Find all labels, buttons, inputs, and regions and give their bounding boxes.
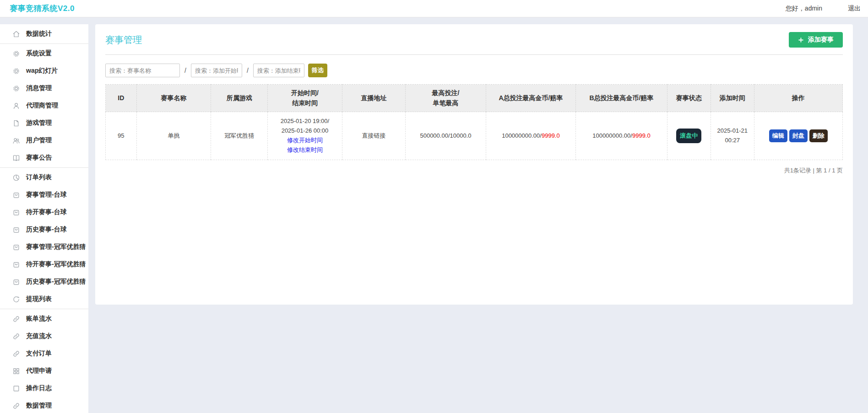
search-end-time-input[interactable] xyxy=(253,64,304,77)
cell-game: 冠军优胜猜 xyxy=(211,112,268,160)
table-head: ID 赛事名称 所属游戏 开始时间/ 结束时间 直播地址 最高投注/ 单笔最高 … xyxy=(106,85,843,112)
topbar: 赛事竞猜系统V2.0 您好，admin 退出 xyxy=(0,0,868,17)
bag-icon xyxy=(12,261,20,268)
filter-separator: / xyxy=(184,67,186,74)
sidebar-item-pending-events-billiards[interactable]: 待开赛事-台球 xyxy=(0,204,88,221)
bag-icon xyxy=(12,209,20,216)
filter-button[interactable]: 筛选 xyxy=(308,64,327,77)
cell-time: 2025-01-20 19:00/ 2025-01-26 00:00 修改开始时… xyxy=(268,112,342,160)
sidebar-group-events: 订单列表 赛事管理-台球 待开赛事-台球 历史赛事-台球 赛事管理-冠军优胜猜 … xyxy=(0,168,88,309)
add-event-button[interactable]: 添加赛事 xyxy=(789,32,843,48)
sidebar-item-game-mgmt[interactable]: 游戏管理 xyxy=(0,114,88,132)
cell-added-time: 2025-01-21 00:27 xyxy=(711,112,754,160)
cell-id: 95 xyxy=(106,112,137,160)
col-header-added-time: 添加时间 xyxy=(711,85,754,112)
divider xyxy=(105,54,843,55)
start-time: 2025-01-20 19:00/ xyxy=(270,117,340,126)
gear-icon xyxy=(12,50,20,58)
sidebar-item-event-mgmt-billiards[interactable]: 赛事管理-台球 xyxy=(0,186,88,204)
cell-status: 滚盘中 xyxy=(667,112,711,160)
plus-icon xyxy=(798,37,804,43)
table-body: 95 单挑 冠军优胜猜 2025-01-20 19:00/ 2025-01-26… xyxy=(106,112,843,160)
col-header-id: ID xyxy=(106,85,137,112)
event-management-card: 赛事管理 添加赛事 / / 筛选 xyxy=(95,24,853,305)
users-icon xyxy=(12,137,20,145)
home-icon xyxy=(12,30,20,38)
col-header-a-total: A总投注最高金币/赔率 xyxy=(486,85,575,112)
col-header-game: 所属游戏 xyxy=(211,85,268,112)
edit-end-time-link[interactable]: 修改结束时间 xyxy=(270,145,340,155)
sidebar-item-pending-events-champion[interactable]: 待开赛事-冠军优胜猜 xyxy=(0,256,88,273)
col-header-actions: 操作 xyxy=(754,85,842,112)
sidebar-item-operation-log[interactable]: 操作日志 xyxy=(0,380,88,397)
search-event-name-input[interactable] xyxy=(105,64,180,77)
pie-icon xyxy=(12,174,20,182)
col-header-live-url: 直播地址 xyxy=(342,85,405,112)
card-header: 赛事管理 添加赛事 xyxy=(105,32,843,48)
logout-link[interactable]: 退出 xyxy=(848,5,861,13)
edit-start-time-link[interactable]: 修改开始时间 xyxy=(270,136,340,145)
app-title: 赛事竞猜系统V2.0 xyxy=(10,3,75,14)
search-start-time-input[interactable] xyxy=(191,64,242,77)
a-total-value: 100000000.00/ xyxy=(502,132,542,139)
b-rate-value: 9999.0 xyxy=(632,132,651,139)
page-title: 赛事管理 xyxy=(105,34,142,46)
main-content: 赛事管理 添加赛事 / / 筛选 xyxy=(95,24,853,305)
cell-b-total: 100000000.00/9999.0 xyxy=(576,112,667,160)
sidebar-item-payment-orders[interactable]: 支付订单 xyxy=(0,345,88,362)
bag-icon xyxy=(12,243,20,251)
link-icon xyxy=(12,350,20,358)
bag-icon xyxy=(12,278,20,286)
sidebar-group-finance: 账单流水 充值流水 支付订单 代理申请 操作日志 数据管理 xyxy=(0,309,88,413)
table-row: 95 单挑 冠军优胜猜 2025-01-20 19:00/ 2025-01-26… xyxy=(106,112,843,160)
sidebar-item-history-events-billiards[interactable]: 历史赛事-台球 xyxy=(0,221,88,238)
sidebar-item-agent-apply[interactable]: 代理申请 xyxy=(0,362,88,380)
add-event-button-label: 添加赛事 xyxy=(808,36,834,44)
sidebar-item-recharge-flow[interactable]: 充值流水 xyxy=(0,327,88,345)
table-header-row: ID 赛事名称 所属游戏 开始时间/ 结束时间 直播地址 最高投注/ 单笔最高 … xyxy=(106,85,843,112)
gear-icon xyxy=(12,67,20,75)
sidebar-item-agent-mgmt[interactable]: 代理商管理 xyxy=(0,97,88,114)
square-icon xyxy=(12,385,20,392)
gear-icon xyxy=(12,85,20,92)
sidebar-item-event-mgmt-champion[interactable]: 赛事管理-冠军优胜猜 xyxy=(0,238,88,256)
delete-button[interactable]: 删除 xyxy=(809,129,828,142)
layout: 数据统计 系统设置 wap幻灯片 消息管理 代理商管理 游戏管理 xyxy=(0,24,868,413)
cell-event-name: 单挑 xyxy=(136,112,211,160)
events-table: ID 赛事名称 所属游戏 开始时间/ 结束时间 直播地址 最高投注/ 单笔最高 … xyxy=(105,84,843,160)
seal-button[interactable]: 封盘 xyxy=(789,129,808,142)
link-icon xyxy=(12,402,20,410)
sidebar-item-history-events-champion[interactable]: 历史赛事-冠军优胜猜 xyxy=(0,273,88,290)
edit-button[interactable]: 编辑 xyxy=(769,129,787,142)
file-icon xyxy=(12,119,20,127)
cell-a-total: 100000000.00/9999.0 xyxy=(486,112,575,160)
bag-icon xyxy=(12,191,20,199)
col-header-status: 赛事状态 xyxy=(667,85,711,112)
link-icon xyxy=(12,315,20,323)
history-icon xyxy=(12,295,20,303)
sidebar-item-withdraw-list[interactable]: 提现列表 xyxy=(0,290,88,308)
user-greeting: 您好，admin xyxy=(786,5,822,13)
sidebar-item-message-mgmt[interactable]: 消息管理 xyxy=(0,80,88,97)
bag-icon xyxy=(12,226,20,234)
sidebar-item-data-mgmt[interactable]: 数据管理 xyxy=(0,397,88,413)
end-time: 2025-01-26 00:00 xyxy=(270,126,340,136)
filter-row: / / 筛选 xyxy=(105,64,843,77)
sidebar-item-order-list[interactable]: 订单列表 xyxy=(0,169,88,186)
col-header-event-name: 赛事名称 xyxy=(136,85,211,112)
grid-icon xyxy=(12,367,20,375)
sidebar-item-event-announcements[interactable]: 赛事公告 xyxy=(0,149,88,166)
col-header-time: 开始时间/ 结束时间 xyxy=(268,85,342,112)
topbar-right: 您好，admin 退出 xyxy=(786,5,861,13)
cell-max-bet: 500000.00/10000.0 xyxy=(406,112,486,160)
filter-separator: / xyxy=(247,67,249,74)
sidebar-item-user-mgmt[interactable]: 用户管理 xyxy=(0,132,88,149)
sidebar-item-bill-flow[interactable]: 账单流水 xyxy=(0,310,88,327)
status-badge: 滚盘中 xyxy=(676,129,701,144)
sidebar-group-dashboard: 数据统计 xyxy=(0,24,88,44)
sidebar-item-wap-slides[interactable]: wap幻灯片 xyxy=(0,62,88,80)
cell-actions: 编辑封盘删除 xyxy=(754,112,842,160)
sidebar-item-system-settings[interactable]: 系统设置 xyxy=(0,45,88,62)
sidebar-item-data-stats[interactable]: 数据统计 xyxy=(0,25,88,43)
cell-live-url: 直接链接 xyxy=(342,112,405,160)
